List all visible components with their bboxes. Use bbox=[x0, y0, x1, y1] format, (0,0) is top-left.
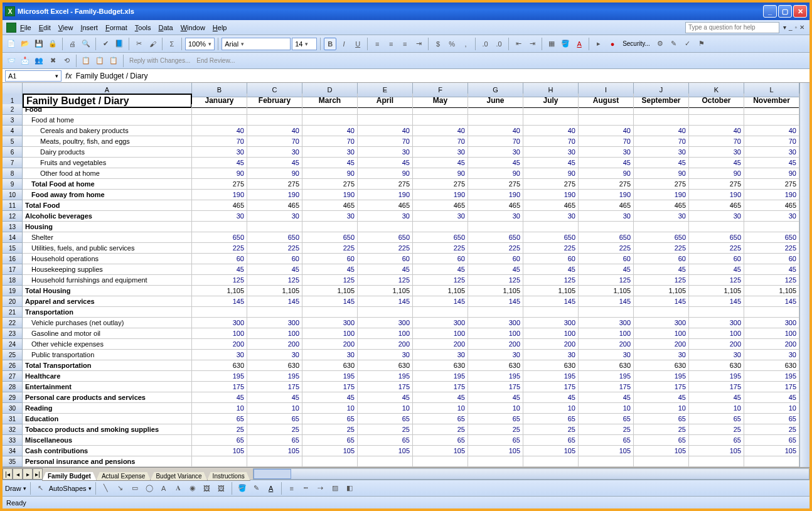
cell-data[interactable]: 90 bbox=[302, 168, 358, 179]
cell-data[interactable]: 630 bbox=[468, 360, 523, 371]
menu-tools[interactable]: Tools bbox=[135, 24, 151, 31]
cell-data[interactable] bbox=[358, 222, 413, 232]
cell-data[interactable]: 65 bbox=[523, 414, 579, 424]
cell-data[interactable]: 45 bbox=[523, 392, 579, 403]
oval-icon[interactable]: ◯ bbox=[143, 482, 156, 495]
cell-data[interactable] bbox=[523, 222, 579, 232]
row-header-16[interactable]: 16 bbox=[3, 254, 23, 264]
cell-data[interactable]: 1,105 bbox=[579, 286, 634, 296]
fill-color-draw-icon[interactable]: 🪣 bbox=[236, 482, 248, 495]
cell-data[interactable]: 195 bbox=[192, 371, 247, 382]
doc-restore-button[interactable]: ▫ bbox=[794, 24, 797, 31]
cell-data[interactable]: 190 bbox=[247, 190, 302, 200]
cell-data[interactable]: 25 bbox=[634, 424, 689, 435]
cell-data[interactable]: 275 bbox=[523, 179, 579, 190]
row-header-12[interactable]: 12 bbox=[3, 211, 23, 222]
cell-data[interactable]: 100 bbox=[468, 328, 523, 339]
cell-data[interactable]: 65 bbox=[689, 435, 744, 446]
cell-data[interactable]: 65 bbox=[744, 414, 799, 424]
fx-icon[interactable]: fx bbox=[65, 72, 72, 80]
cell-data[interactable]: 45 bbox=[634, 392, 689, 403]
cell-data[interactable]: 40 bbox=[689, 126, 744, 136]
cell-data[interactable]: 100 bbox=[302, 328, 358, 339]
cell-data[interactable]: 25 bbox=[247, 424, 302, 435]
cell-data[interactable]: 45 bbox=[689, 158, 744, 168]
cell-data[interactable]: 145 bbox=[523, 296, 579, 307]
cell-data[interactable] bbox=[634, 307, 689, 318]
cell-data[interactable]: 190 bbox=[689, 190, 744, 200]
cell-data[interactable]: 60 bbox=[358, 254, 413, 264]
cell-data[interactable]: 45 bbox=[579, 392, 634, 403]
cell-data[interactable]: 200 bbox=[523, 339, 579, 350]
cell-data[interactable]: 225 bbox=[579, 243, 634, 254]
cell-data[interactable]: 45 bbox=[468, 158, 523, 168]
cell-data[interactable]: 45 bbox=[247, 392, 302, 403]
bold-button[interactable]: B bbox=[324, 38, 336, 50]
cell-data[interactable]: 30 bbox=[302, 211, 358, 222]
cell-data[interactable]: 25 bbox=[744, 424, 799, 435]
cell-data[interactable]: 65 bbox=[468, 414, 523, 424]
cell-label[interactable]: Cash contributions bbox=[23, 446, 192, 456]
cell-data[interactable]: 465 bbox=[358, 200, 413, 211]
cell-data[interactable]: 225 bbox=[744, 243, 799, 254]
cell-data[interactable]: 465 bbox=[192, 200, 247, 211]
cell-data[interactable]: 175 bbox=[523, 382, 579, 392]
cell-data[interactable]: 195 bbox=[247, 371, 302, 382]
fill-color-icon[interactable]: 🪣 bbox=[559, 38, 572, 50]
cell-data[interactable] bbox=[192, 104, 247, 115]
cell-data[interactable]: 195 bbox=[523, 371, 579, 382]
cell-data[interactable]: 30 bbox=[302, 147, 358, 158]
cell-data[interactable]: 300 bbox=[744, 318, 799, 328]
review-icon-3[interactable]: 👥 bbox=[33, 55, 45, 67]
cell-data[interactable]: 45 bbox=[523, 158, 579, 168]
review-icon-2[interactable]: 📩 bbox=[19, 55, 31, 67]
tab-nav-first-icon[interactable]: |◂ bbox=[3, 468, 13, 480]
cell-data[interactable] bbox=[247, 104, 302, 115]
minimize-button[interactable]: _ bbox=[763, 5, 777, 18]
cell-data[interactable] bbox=[579, 115, 634, 126]
cell-data[interactable]: 145 bbox=[468, 296, 523, 307]
cell-label[interactable]: Other food at home bbox=[23, 168, 192, 179]
expand-toolbar-icon[interactable]: ▸ bbox=[592, 38, 605, 50]
row-header-13[interactable]: 13 bbox=[3, 222, 23, 232]
row-header-14[interactable]: 14 bbox=[3, 232, 23, 243]
cell-data[interactable]: 10 bbox=[634, 403, 689, 414]
cell-data[interactable] bbox=[468, 222, 523, 232]
cell-data[interactable] bbox=[413, 307, 468, 318]
cell-data[interactable]: 225 bbox=[302, 243, 358, 254]
cell-data[interactable] bbox=[523, 115, 579, 126]
cell-data[interactable]: 175 bbox=[247, 382, 302, 392]
cell-label[interactable]: Alcoholic beverages bbox=[23, 211, 192, 222]
tab-nav-next-icon[interactable]: ▸ bbox=[23, 468, 33, 480]
cell-data[interactable]: 25 bbox=[302, 424, 358, 435]
cell-data[interactable]: 65 bbox=[247, 414, 302, 424]
cell-data[interactable]: 145 bbox=[413, 296, 468, 307]
cell-data[interactable]: 125 bbox=[247, 275, 302, 286]
cell-data[interactable]: 650 bbox=[689, 232, 744, 243]
cell-label[interactable]: Apparel and services bbox=[23, 296, 192, 307]
cell-data[interactable] bbox=[302, 115, 358, 126]
cell-data[interactable]: 300 bbox=[468, 318, 523, 328]
help-search-input[interactable] bbox=[685, 22, 779, 33]
help-dropdown-icon[interactable]: ▾ bbox=[783, 24, 786, 31]
cell-data[interactable]: 105 bbox=[468, 446, 523, 456]
cell-data[interactable]: 125 bbox=[413, 275, 468, 286]
cell-data[interactable]: 30 bbox=[579, 350, 634, 360]
menu-format[interactable]: Format bbox=[105, 24, 127, 31]
cell-data[interactable]: 45 bbox=[358, 158, 413, 168]
cell-data[interactable] bbox=[247, 307, 302, 318]
cell-data[interactable]: 175 bbox=[413, 382, 468, 392]
cell-data[interactable]: 275 bbox=[579, 179, 634, 190]
comma-icon[interactable]: , bbox=[459, 38, 472, 50]
cell-label[interactable]: Dairy products bbox=[23, 147, 192, 158]
cell-label[interactable]: Housing bbox=[23, 222, 192, 232]
cell-data[interactable]: 125 bbox=[192, 275, 247, 286]
cell-data[interactable]: 1,105 bbox=[358, 286, 413, 296]
format-painter-icon[interactable]: 🖌 bbox=[146, 38, 159, 50]
cell-label[interactable]: Utilities, fuels, and public services bbox=[23, 243, 192, 254]
cell-data[interactable]: 1,105 bbox=[247, 286, 302, 296]
cell-label[interactable]: Reading bbox=[23, 403, 192, 414]
cell-data[interactable]: 1,105 bbox=[302, 286, 358, 296]
cell-data[interactable]: 145 bbox=[302, 296, 358, 307]
cell-data[interactable]: 65 bbox=[247, 435, 302, 446]
